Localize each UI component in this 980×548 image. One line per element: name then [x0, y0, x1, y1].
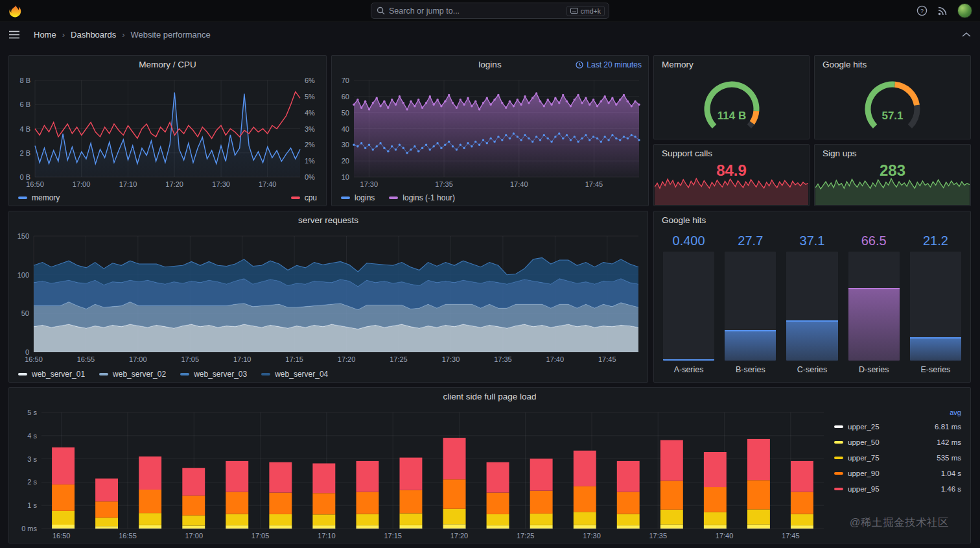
search-bar[interactable]: cmd+k [371, 3, 609, 19]
svg-text:17:00: 17:00 [129, 355, 147, 363]
panel-server-requests: server requests 05010015016:5016:5517:00… [8, 211, 648, 383]
user-avatar[interactable] [957, 3, 972, 18]
svg-text:100: 100 [18, 271, 29, 279]
grafana-flame-icon [8, 4, 23, 18]
svg-text:17:05: 17:05 [251, 532, 270, 540]
page-load-body: 0 ms1 s2 s3 s4 s5 s16:5016:5517:0017:051… [9, 406, 970, 543]
legend-swatch [834, 472, 843, 475]
legend-swatch [261, 373, 270, 375]
legend-avg-value: 142 ms [937, 435, 961, 450]
svg-text:17:30: 17:30 [583, 532, 601, 540]
svg-text:17:30: 17:30 [212, 180, 230, 188]
panel-logins: logins Last 20 minutes 1020304050607017:… [331, 55, 649, 206]
page-load-chart[interactable]: 0 ms1 s2 s3 s4 s5 s16:5016:5517:0017:051… [12, 406, 829, 543]
server-requests-chart[interactable]: 05010015016:5016:5517:0017:0517:1017:151… [12, 230, 645, 366]
legend-item-memory[interactable]: memory [18, 193, 60, 202]
legend-item-upper_50[interactable]: upper_50142 ms [834, 435, 961, 450]
svg-text:30: 30 [342, 141, 349, 149]
legend-label: logins (-1 hour) [402, 193, 455, 202]
legend-item-web_server_04[interactable]: web_server_04 [261, 370, 328, 379]
search-icon [377, 6, 385, 15]
time-range-label: Last 20 minutes [587, 56, 642, 74]
legend-avg-value: 1.46 s [941, 481, 961, 497]
memory-gauge[interactable]: 114 B [654, 74, 809, 139]
legend-swatch [834, 457, 843, 459]
chevron-up-icon[interactable] [962, 32, 971, 38]
bar-gauge-A-series[interactable]: 0.400A-series [663, 233, 714, 375]
breadcrumb-current: Website performance [130, 30, 210, 40]
panel-title-google-hits[interactable]: Google hits [815, 56, 970, 74]
legend-item-upper_75[interactable]: upper_75535 ms [834, 450, 961, 466]
legend-item-upper_90[interactable]: upper_901.04 s [834, 466, 961, 481]
google-hits-bar-gauge: 0.400A-series27.7B-series37.1C-series66.… [654, 230, 970, 382]
panel-title-support-calls[interactable]: Support calls [654, 145, 809, 163]
bar-gauge-D-series[interactable]: 66.5D-series [848, 233, 900, 375]
legend-header-avg[interactable]: avg [834, 406, 961, 419]
support-calls-value: 84.9 [654, 161, 809, 180]
breadcrumb-dashboards[interactable]: Dashboards [71, 30, 116, 40]
panel-title-memory-cpu[interactable]: Memory / CPU [9, 56, 326, 74]
legend-item-upper_95[interactable]: upper_951.46 s [834, 481, 961, 497]
legend-swatch [99, 373, 108, 375]
bar-gauge-E-series[interactable]: 21.2E-series [910, 233, 961, 375]
logins-legend: loginslogins (-1 hour) [332, 190, 648, 206]
svg-text:1 s: 1 s [27, 501, 37, 509]
svg-text:1%: 1% [305, 157, 315, 165]
legend-label: upper_95 [848, 481, 880, 497]
bar-gauge-track [786, 252, 837, 361]
bar-gauge-label: B-series [725, 365, 776, 375]
help-icon[interactable]: ? [916, 5, 928, 16]
legend-label: upper_25 [848, 419, 880, 435]
google-hits-gauge[interactable]: 57.1 [815, 74, 970, 139]
legend-label: logins [355, 193, 375, 202]
svg-text:17:25: 17:25 [517, 532, 535, 540]
legend-item-web_server_02[interactable]: web_server_02 [99, 370, 166, 379]
panel-title-google-hits-bars[interactable]: Google hits [654, 211, 970, 230]
panel-page-load: client side full page load 0 ms1 s2 s3 s… [8, 387, 971, 543]
legend-swatch [389, 197, 398, 199]
bar-gauge-label: A-series [663, 365, 714, 375]
search-input[interactable] [389, 6, 566, 16]
rss-icon[interactable] [937, 6, 948, 16]
legend-label: web_server_04 [275, 370, 328, 379]
bar-gauge-value: 66.5 [848, 233, 900, 248]
svg-text:17:30: 17:30 [442, 355, 460, 363]
grafana-logo[interactable] [8, 3, 23, 19]
legend-label: upper_50 [848, 435, 880, 450]
time-range-badge[interactable]: Last 20 minutes [576, 56, 642, 74]
svg-text:17:45: 17:45 [585, 180, 603, 188]
panel-memory-cpu: Memory / CPU 0 B2 B4 B6 B8 B0%1%2%3%4%5%… [8, 55, 327, 206]
shortcut-text: cmd+k [581, 7, 601, 15]
svg-text:17:10: 17:10 [318, 532, 336, 540]
legend-item-web_server_01[interactable]: web_server_01 [18, 370, 85, 379]
legend-label: upper_75 [848, 450, 880, 466]
svg-text:40: 40 [342, 125, 349, 133]
panel-title-server-requests[interactable]: server requests [9, 211, 648, 230]
svg-text:17:20: 17:20 [450, 532, 469, 540]
svg-text:3 s: 3 s [27, 455, 37, 463]
bar-gauge-C-series[interactable]: 37.1C-series [786, 233, 837, 375]
legend-label: web_server_02 [113, 370, 166, 379]
svg-text:17:00: 17:00 [73, 180, 91, 188]
panel-google-hits-bars: Google hits 0.400A-series27.7B-series37.… [653, 211, 971, 383]
svg-text:114 B: 114 B [717, 110, 745, 122]
bar-gauge-value: 21.2 [910, 233, 961, 248]
panel-support-calls: Support calls 84.9 [653, 144, 810, 206]
legend-item-web_server_03[interactable]: web_server_03 [180, 370, 247, 379]
panel-title-memory[interactable]: Memory [654, 56, 809, 74]
legend-item-cpu[interactable]: cpu [291, 193, 317, 202]
bar-gauge-fill [910, 337, 961, 361]
svg-text:16:50: 16:50 [52, 532, 71, 540]
breadcrumb-home[interactable]: Home [34, 30, 56, 40]
panel-title-page-load[interactable]: client side full page load [9, 388, 970, 406]
legend-item-upper_25[interactable]: upper_256.81 ms [834, 419, 961, 435]
memory-cpu-chart[interactable]: 0 B2 B4 B6 B8 B0%1%2%3%4%5%6%16:5017:001… [12, 74, 323, 190]
menu-icon[interactable] [9, 30, 19, 39]
legend-item-logins[interactable]: logins [341, 193, 375, 202]
bar-gauge-B-series[interactable]: 27.7B-series [725, 233, 776, 375]
panel-title-sign-ups[interactable]: Sign ups [815, 145, 970, 163]
logins-chart[interactable]: 1020304050607017:3017:3517:4017:45 [334, 74, 646, 190]
legend-item-logins (-1 hour)[interactable]: logins (-1 hour) [389, 193, 455, 202]
bar-gauge-track [725, 252, 776, 361]
svg-text:17:15: 17:15 [384, 532, 402, 540]
